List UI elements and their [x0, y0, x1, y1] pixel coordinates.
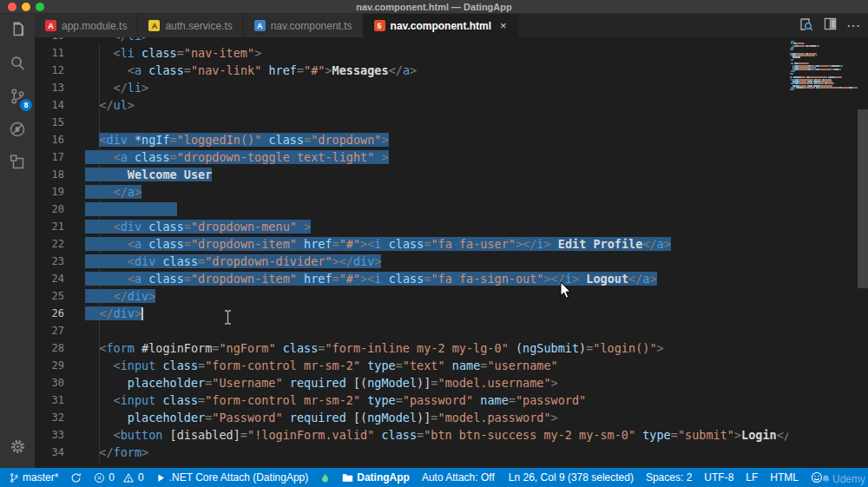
code-token: </: [114, 37, 128, 43]
code-line[interactable]: 24 <a class="dropdown-item" href="#"><i …: [35, 270, 788, 287]
debug-launch-status[interactable]: .NET Core Attach (DatingApp): [156, 471, 309, 484]
cursor-position-status[interactable]: Ln 26, Col 9 (378 selected): [509, 471, 634, 484]
code-token: [85, 254, 128, 268]
line-number: 23: [35, 253, 64, 270]
problems-status[interactable]: 0 0: [94, 471, 143, 484]
code-token: [85, 272, 128, 286]
extensions-icon[interactable]: [0, 146, 35, 179]
code-line[interactable]: 30 placeholder="Username" required [(ngM…: [35, 374, 788, 392]
code-line[interactable]: 13 </li>: [35, 79, 788, 96]
split-editor-icon[interactable]: [824, 17, 837, 34]
editor-pane[interactable]: 10 </li>11 <li class="nav-item">12 <a cl…: [35, 37, 868, 468]
code-token: input: [121, 393, 156, 407]
code-token: =: [304, 133, 311, 147]
code-token: <: [114, 359, 121, 372]
selection-highlight: </div>: [85, 306, 141, 320]
minimap[interactable]: [788, 41, 858, 468]
code-line[interactable]: 12 <a class="nav-link" href="#">Messages…: [35, 62, 788, 79]
code-line[interactable]: 19 </a>: [35, 183, 788, 201]
code-line[interactable]: 21 <div class="dropdown-menu" >: [35, 218, 788, 235]
selection-highlight: <div *ngIf="loggedIn()" class="dropdown"…: [99, 133, 388, 147]
code-token: Edit Profile: [551, 237, 643, 251]
code-token: [85, 63, 128, 77]
indentation-status[interactable]: Spaces: 2: [646, 471, 692, 484]
code-line[interactable]: 18 Welcome User: [35, 166, 788, 183]
open-preview-icon[interactable]: [799, 17, 813, 35]
debug-icon[interactable]: [0, 113, 35, 146]
search-icon[interactable]: [0, 47, 35, 80]
minimap-line: [788, 89, 858, 90]
code-line[interactable]: 23 <div class="dropdown-divider"></div>: [35, 253, 788, 270]
language-mode-status[interactable]: HTML: [770, 471, 799, 484]
code-token: a: [135, 63, 141, 77]
settings-gear-icon[interactable]: [0, 430, 35, 463]
selection-highlight: [85, 202, 177, 216]
code-line[interactable]: 16 <div *ngIf="loggedIn()" class="dropdo…: [35, 131, 788, 148]
live-reload-status[interactable]: [320, 472, 330, 484]
tab-auth-service[interactable]: A auth.service.ts: [138, 14, 243, 37]
code-token: [635, 428, 642, 442]
code-line[interactable]: 25 </div>: [35, 287, 788, 305]
code-token: [346, 411, 353, 424]
scrollbar-thumb[interactable]: [858, 109, 868, 288]
code-token: [85, 220, 114, 234]
folder-icon: [342, 472, 353, 483]
explorer-icon[interactable]: [0, 14, 35, 47]
code-line[interactable]: 14 </ul>: [35, 96, 788, 114]
code-line[interactable]: 26 </div>: [35, 305, 788, 322]
close-window-button[interactable]: [8, 3, 16, 11]
source-control-icon[interactable]: 8: [0, 80, 35, 113]
code-token: </: [99, 445, 113, 459]
editor-scrollbar[interactable]: [858, 37, 868, 468]
line-number: 31: [35, 392, 64, 409]
tab-label: auth.service.ts: [165, 20, 232, 32]
code-token: "submit": [678, 428, 734, 442]
code-token: [141, 63, 148, 77]
code-line[interactable]: 10 </li>: [35, 37, 788, 44]
maximize-window-button[interactable]: [36, 3, 44, 11]
tab-nav-component-ts[interactable]: A nav.component.ts: [244, 14, 364, 37]
code-line[interactable]: 15: [35, 114, 788, 131]
code-line[interactable]: 29 <input class="form-control mr-sm-2" t…: [35, 357, 788, 374]
code-token: <: [114, 46, 121, 60]
code-token: href: [268, 63, 297, 77]
code-token: =: [240, 428, 247, 442]
code-line[interactable]: 28 <form #loginForm="ngForm" class="form…: [35, 339, 788, 357]
line-number: 10: [35, 37, 64, 44]
feedback-smiley-icon[interactable]: [811, 471, 823, 484]
code-text: <button [disabled]="!loginForm.valid" cl…: [64, 426, 788, 444]
code-token: ></: [332, 254, 353, 268]
code-token: class: [283, 341, 319, 355]
error-count: 0: [108, 471, 115, 484]
code-token: "text": [403, 359, 445, 372]
code-line[interactable]: 27: [35, 322, 788, 339]
code-token: ngSubmit: [523, 341, 579, 355]
encoding-status[interactable]: UTF-8: [704, 471, 733, 484]
code-token: "!loginForm.valid": [247, 428, 374, 442]
code-line[interactable]: 22 <a class="dropdown-item" href="#"><i …: [35, 235, 788, 253]
tab-nav-component-html[interactable]: 5 nav.component.html ×: [364, 14, 518, 37]
workspace-folder-status[interactable]: DatingApp: [342, 471, 410, 484]
minimize-window-button[interactable]: [22, 3, 30, 11]
code-token: )]: [417, 376, 431, 390]
code-line[interactable]: 32 placeholder="Password" required [(ngM…: [35, 409, 788, 426]
code-line[interactable]: 11 <li class="nav-item">: [35, 44, 788, 62]
eol-status[interactable]: LF: [746, 471, 758, 484]
code-token: [85, 185, 114, 199]
sync-status[interactable]: [70, 472, 82, 484]
code-line[interactable]: 34 </form>: [35, 444, 788, 461]
tab-app-module[interactable]: A app.module.ts: [35, 14, 138, 37]
git-branch-status[interactable]: master*: [9, 471, 58, 484]
code-token: =: [297, 63, 304, 77]
code-line[interactable]: 20: [35, 201, 788, 218]
auto-attach-status[interactable]: Auto Attach: Off: [422, 471, 495, 484]
html5-icon: 5: [374, 20, 385, 31]
code-line[interactable]: 33 <button [disabled]="!loginForm.valid"…: [35, 426, 788, 444]
code-token: [509, 341, 516, 355]
code-line[interactable]: 17 <a class="dropdown-toggle text-light"…: [35, 148, 788, 166]
more-actions-icon[interactable]: ···: [847, 19, 861, 32]
close-tab-icon[interactable]: ×: [500, 19, 507, 32]
code-text: </div>: [64, 305, 788, 322]
code-line[interactable]: 31 <input class="form-control mr-sm-2" t…: [35, 392, 788, 409]
code-text: placeholder="Password" required [(ngMode…: [64, 409, 788, 426]
